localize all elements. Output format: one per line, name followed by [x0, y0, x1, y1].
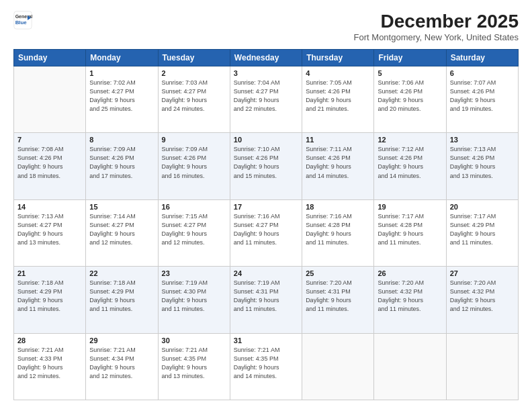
day-info: Sunrise: 7:17 AMSunset: 4:29 PMDaylight:…	[450, 212, 515, 247]
day-info: Sunrise: 7:05 AMSunset: 4:26 PMDaylight:…	[306, 79, 370, 113]
calendar-cell: 24Sunrise: 7:19 AMSunset: 4:31 PMDayligh…	[230, 267, 302, 333]
weekday-header: Thursday	[302, 50, 374, 66]
logo-icon: General Blue	[13, 11, 32, 30]
day-info: Sunrise: 7:13 AMSunset: 4:27 PMDaylight:…	[17, 212, 82, 247]
calendar-cell: 25Sunrise: 7:20 AMSunset: 4:31 PMDayligh…	[302, 267, 374, 333]
calendar-header: SundayMondayTuesdayWednesdayThursdayFrid…	[14, 50, 519, 66]
day-number: 3	[234, 69, 298, 77]
day-info: Sunrise: 7:04 AMSunset: 4:27 PMDaylight:…	[234, 79, 298, 113]
day-number: 24	[234, 269, 298, 277]
calendar-cell: 9Sunrise: 7:09 AMSunset: 4:26 PMDaylight…	[158, 133, 230, 199]
day-info: Sunrise: 7:17 AMSunset: 4:28 PMDaylight:…	[378, 212, 442, 247]
header: General Blue December 2025 Fort Montgome…	[13, 11, 519, 42]
calendar-cell: 7Sunrise: 7:08 AMSunset: 4:26 PMDaylight…	[14, 133, 86, 199]
calendar-cell: 17Sunrise: 7:16 AMSunset: 4:27 PMDayligh…	[230, 199, 302, 266]
day-info: Sunrise: 7:21 AMSunset: 4:33 PMDaylight:…	[17, 346, 82, 381]
day-info: Sunrise: 7:08 AMSunset: 4:26 PMDaylight:…	[17, 145, 82, 180]
calendar-cell: 20Sunrise: 7:17 AMSunset: 4:29 PMDayligh…	[446, 199, 518, 266]
day-info: Sunrise: 7:16 AMSunset: 4:28 PMDaylight:…	[306, 212, 370, 247]
calendar-cell: 6Sunrise: 7:07 AMSunset: 4:26 PMDaylight…	[446, 66, 518, 133]
day-number: 26	[378, 269, 442, 277]
day-info: Sunrise: 7:20 AMSunset: 4:32 PMDaylight:…	[378, 279, 442, 314]
calendar-cell	[302, 333, 374, 400]
calendar-cell	[374, 333, 446, 400]
calendar-cell: 12Sunrise: 7:12 AMSunset: 4:26 PMDayligh…	[374, 133, 446, 199]
day-number: 30	[162, 336, 226, 345]
calendar-cell: 2Sunrise: 7:03 AMSunset: 4:27 PMDaylight…	[158, 66, 230, 133]
weekday-header: Wednesday	[230, 50, 302, 66]
weekday-header: Monday	[86, 50, 158, 66]
calendar-cell: 23Sunrise: 7:19 AMSunset: 4:30 PMDayligh…	[158, 267, 230, 333]
calendar-cell: 18Sunrise: 7:16 AMSunset: 4:28 PMDayligh…	[302, 199, 374, 266]
day-info: Sunrise: 7:06 AMSunset: 4:26 PMDaylight:…	[378, 79, 442, 113]
calendar-cell: 27Sunrise: 7:20 AMSunset: 4:32 PMDayligh…	[446, 267, 518, 333]
day-number: 11	[306, 136, 370, 144]
day-number: 5	[378, 69, 442, 77]
calendar-cell: 4Sunrise: 7:05 AMSunset: 4:26 PMDaylight…	[302, 66, 374, 133]
day-info: Sunrise: 7:09 AMSunset: 4:26 PMDaylight:…	[89, 145, 154, 180]
day-info: Sunrise: 7:03 AMSunset: 4:27 PMDaylight:…	[162, 79, 226, 113]
day-info: Sunrise: 7:19 AMSunset: 4:31 PMDaylight:…	[234, 279, 298, 314]
day-info: Sunrise: 7:12 AMSunset: 4:26 PMDaylight:…	[378, 145, 442, 180]
day-info: Sunrise: 7:16 AMSunset: 4:27 PMDaylight:…	[234, 212, 298, 247]
day-number: 19	[378, 203, 442, 211]
title-block: December 2025 Fort Montgomery, New York,…	[354, 11, 519, 42]
day-number: 17	[234, 203, 298, 211]
day-info: Sunrise: 7:07 AMSunset: 4:26 PMDaylight:…	[450, 79, 515, 113]
calendar-cell: 30Sunrise: 7:21 AMSunset: 4:35 PMDayligh…	[158, 333, 230, 400]
day-info: Sunrise: 7:18 AMSunset: 4:29 PMDaylight:…	[89, 279, 154, 314]
day-number: 1	[89, 69, 154, 77]
day-number: 20	[450, 203, 515, 211]
day-number: 23	[162, 269, 226, 277]
calendar-cell: 5Sunrise: 7:06 AMSunset: 4:26 PMDaylight…	[374, 66, 446, 133]
calendar-cell: 13Sunrise: 7:13 AMSunset: 4:26 PMDayligh…	[446, 133, 518, 199]
calendar-cell: 8Sunrise: 7:09 AMSunset: 4:26 PMDaylight…	[86, 133, 158, 199]
day-number: 14	[17, 203, 82, 211]
calendar-cell: 1Sunrise: 7:02 AMSunset: 4:27 PMDaylight…	[86, 66, 158, 133]
day-info: Sunrise: 7:20 AMSunset: 4:32 PMDaylight:…	[450, 279, 515, 314]
day-info: Sunrise: 7:02 AMSunset: 4:27 PMDaylight:…	[89, 79, 154, 113]
day-number: 29	[89, 336, 154, 345]
day-number: 27	[450, 269, 515, 277]
day-info: Sunrise: 7:21 AMSunset: 4:35 PMDaylight:…	[234, 346, 298, 381]
day-number: 28	[17, 336, 82, 345]
calendar-table: SundayMondayTuesdayWednesdayThursdayFrid…	[13, 49, 519, 400]
calendar-cell: 10Sunrise: 7:10 AMSunset: 4:26 PMDayligh…	[230, 133, 302, 199]
day-info: Sunrise: 7:21 AMSunset: 4:34 PMDaylight:…	[89, 346, 154, 381]
calendar-cell	[446, 333, 518, 400]
calendar-cell: 22Sunrise: 7:18 AMSunset: 4:29 PMDayligh…	[86, 267, 158, 333]
calendar-cell: 29Sunrise: 7:21 AMSunset: 4:34 PMDayligh…	[86, 333, 158, 400]
calendar-cell: 14Sunrise: 7:13 AMSunset: 4:27 PMDayligh…	[14, 199, 86, 266]
page: General Blue December 2025 Fort Montgome…	[0, 0, 532, 411]
weekday-header: Tuesday	[158, 50, 230, 66]
day-number: 25	[306, 269, 370, 277]
day-number: 6	[450, 69, 515, 77]
logo: General Blue	[13, 11, 32, 30]
calendar-cell	[14, 66, 86, 133]
calendar-cell: 3Sunrise: 7:04 AMSunset: 4:27 PMDaylight…	[230, 66, 302, 133]
day-number: 15	[89, 203, 154, 211]
calendar-body: 1Sunrise: 7:02 AMSunset: 4:27 PMDaylight…	[14, 66, 519, 400]
day-info: Sunrise: 7:18 AMSunset: 4:29 PMDaylight:…	[17, 279, 82, 314]
calendar-cell: 26Sunrise: 7:20 AMSunset: 4:32 PMDayligh…	[374, 267, 446, 333]
calendar-cell: 28Sunrise: 7:21 AMSunset: 4:33 PMDayligh…	[14, 333, 86, 400]
day-number: 21	[17, 269, 82, 277]
day-number: 12	[378, 136, 442, 144]
day-number: 9	[162, 136, 226, 144]
day-info: Sunrise: 7:15 AMSunset: 4:27 PMDaylight:…	[162, 212, 226, 247]
weekday-header: Saturday	[446, 50, 518, 66]
day-number: 8	[89, 136, 154, 144]
day-number: 4	[306, 69, 370, 77]
day-info: Sunrise: 7:20 AMSunset: 4:31 PMDaylight:…	[306, 279, 370, 314]
day-info: Sunrise: 7:13 AMSunset: 4:26 PMDaylight:…	[450, 145, 515, 180]
day-number: 31	[234, 336, 298, 345]
calendar-cell: 19Sunrise: 7:17 AMSunset: 4:28 PMDayligh…	[374, 199, 446, 266]
day-info: Sunrise: 7:14 AMSunset: 4:27 PMDaylight:…	[89, 212, 154, 247]
day-number: 22	[89, 269, 154, 277]
calendar-cell: 16Sunrise: 7:15 AMSunset: 4:27 PMDayligh…	[158, 199, 230, 266]
day-number: 7	[17, 136, 82, 144]
day-info: Sunrise: 7:11 AMSunset: 4:26 PMDaylight:…	[306, 145, 370, 180]
location: Fort Montgomery, New York, United States	[354, 32, 519, 42]
day-number: 10	[234, 136, 298, 144]
day-info: Sunrise: 7:19 AMSunset: 4:30 PMDaylight:…	[162, 279, 226, 314]
